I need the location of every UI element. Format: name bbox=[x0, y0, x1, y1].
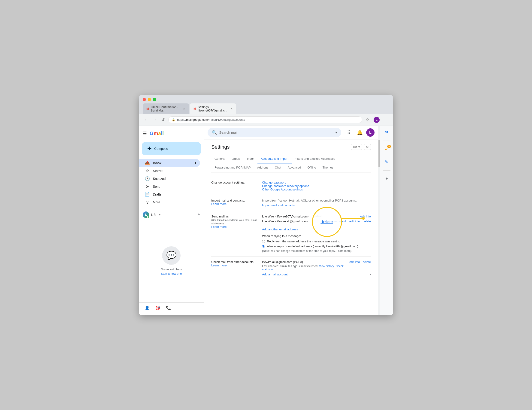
back-button[interactable]: ← bbox=[143, 117, 149, 123]
delete-link-2[interactable]: delete bbox=[363, 220, 371, 223]
hamburger-menu[interactable]: ☰ bbox=[143, 131, 147, 136]
expand-icon[interactable]: › bbox=[370, 272, 371, 277]
right-panel-divider-2 bbox=[383, 170, 390, 171]
change-password-link[interactable]: Change password bbox=[262, 181, 286, 184]
browser-avatar: L bbox=[374, 117, 380, 123]
label-send-mail: Send mail as: (Use Gmail to send from yo… bbox=[211, 211, 262, 256]
user-avatar-button[interactable]: L bbox=[366, 128, 375, 137]
change-recovery-link[interactable]: Change password recovery options bbox=[262, 184, 309, 188]
browser-tab-settings[interactable]: M Settings - lifewire907@gmail.c... ✕ bbox=[190, 103, 236, 114]
notifications-button[interactable]: 🔔 bbox=[355, 128, 364, 137]
life-add-button[interactable]: + bbox=[197, 212, 200, 217]
search-icon: 🔍 bbox=[212, 130, 217, 135]
value-check-mail: lifewire.ak@gmail.com (POP3) Last checke… bbox=[262, 256, 371, 280]
sidebar-item-label-snoozed: Snoozed bbox=[153, 177, 196, 180]
profile-button[interactable]: L bbox=[372, 116, 381, 124]
send-mail-sublabel: (Use Gmail to send from your other email… bbox=[211, 219, 257, 225]
bookmark-button[interactable]: ☆ bbox=[364, 117, 370, 123]
tab-themes[interactable]: Themes bbox=[319, 163, 337, 172]
phone-icon[interactable]: 📞 bbox=[166, 305, 171, 310]
search-bar[interactable]: 🔍 ▾ bbox=[208, 128, 341, 137]
import-mail-contacts-link[interactable]: Import mail and contacts bbox=[262, 204, 295, 207]
sidebar-item-drafts[interactable]: 📄 Drafts bbox=[139, 190, 200, 198]
sidebar-item-inbox[interactable]: 📥 Inbox 1 bbox=[139, 159, 200, 167]
new-tab-button[interactable]: + bbox=[237, 106, 243, 114]
search-dropdown-icon[interactable]: ▾ bbox=[335, 130, 337, 135]
sidebar-item-label-more: More bbox=[153, 200, 196, 204]
scrollbar-thumb[interactable] bbox=[379, 140, 380, 167]
tab-filters[interactable]: Filters and Blocked Addresses bbox=[292, 155, 339, 163]
tab-close-1[interactable]: ✕ bbox=[183, 107, 185, 110]
browser-tab-gmail[interactable]: M Gmail Confirmation - Send Ma... ✕ bbox=[143, 103, 189, 114]
no-recent-chats-label: No recent chats bbox=[161, 268, 182, 271]
url-bar[interactable]: 🔒 https://mail.google.com/mail/u/1/#sett… bbox=[168, 116, 362, 123]
edit-info-link-1[interactable]: edit info bbox=[360, 215, 371, 218]
traffic-light-green[interactable] bbox=[153, 98, 156, 101]
tab-chat[interactable]: Chat bbox=[272, 163, 284, 172]
lock-icon: 🔒 bbox=[172, 118, 175, 121]
reply-default-label: Always reply from default address (curre… bbox=[267, 244, 358, 248]
sidebar-item-sent[interactable]: ➤ Sent bbox=[139, 183, 200, 190]
add-panel-button[interactable]: + bbox=[382, 174, 391, 184]
settings-gear-button[interactable]: ⚙ bbox=[364, 144, 371, 150]
browser-more-button[interactable]: ⋮ bbox=[383, 117, 389, 123]
import-learn-more-link[interactable]: Learn more bbox=[211, 202, 227, 206]
contacts-panel-icon[interactable]: ✎ bbox=[382, 158, 391, 167]
send-mail-learn-more[interactable]: Learn more bbox=[211, 225, 227, 229]
other-google-link[interactable]: Other Google Account settings bbox=[262, 188, 303, 191]
check-mail-actions: edit info delete bbox=[349, 260, 371, 264]
traffic-light-yellow[interactable] bbox=[148, 98, 151, 101]
search-input[interactable] bbox=[219, 130, 333, 134]
edit-info-pop3-link[interactable]: edit info bbox=[349, 260, 360, 264]
keyboard-shortcuts-button[interactable]: ⌨ ▾ bbox=[351, 144, 362, 150]
tasks-icon[interactable]: ✓ 9 bbox=[382, 145, 391, 154]
make-default-link-2[interactable]: make default bbox=[330, 220, 347, 223]
chat-area: 💬 No recent chats Start a new one bbox=[139, 219, 204, 302]
scrollbar[interactable] bbox=[378, 126, 380, 315]
sidebar-item-starred[interactable]: ☆ Starred bbox=[139, 167, 200, 175]
compose-icon: ✚ bbox=[147, 146, 152, 152]
edit-info-link-2[interactable]: edit info bbox=[349, 220, 360, 223]
delete-pop3-link[interactable]: delete bbox=[363, 260, 371, 264]
tab-accounts[interactable]: Accounts and Import bbox=[257, 155, 291, 163]
reply-default-radio[interactable] bbox=[262, 245, 265, 248]
mail-entry-2: Life Wire <lifewire.ak@gmail.com> make d… bbox=[262, 220, 371, 223]
add-mail-account-link[interactable]: Add a mail account bbox=[262, 273, 288, 276]
settings-title: Settings bbox=[211, 144, 230, 150]
sidebar-divider bbox=[139, 208, 204, 208]
tab-offline[interactable]: Offline bbox=[304, 163, 319, 172]
compose-button[interactable]: ✚ Compose bbox=[142, 142, 201, 155]
check-mail-learn-more[interactable]: Learn more bbox=[211, 264, 227, 267]
tab-label-2: Settings - lifewire907@gmail.c... bbox=[198, 105, 227, 112]
tab-forwarding[interactable]: Forwarding and POP/IMAP bbox=[211, 163, 254, 172]
tab-general[interactable]: General bbox=[211, 155, 228, 163]
settings-table: Change account settings: Change password… bbox=[211, 177, 371, 280]
tab-close-2[interactable]: ✕ bbox=[230, 107, 233, 110]
row-check-mail: Check mail from other accounts: Learn mo… bbox=[211, 256, 371, 280]
people-icon[interactable]: 👤 bbox=[144, 305, 150, 310]
contacts-icon[interactable]: 🎯 bbox=[155, 305, 160, 310]
view-history-link[interactable]: View history bbox=[319, 265, 334, 268]
import-description: Import from Yahoo!, Hotmail, AOL, or oth… bbox=[262, 199, 371, 202]
tab-labels[interactable]: Labels bbox=[228, 155, 244, 163]
reply-same-radio[interactable] bbox=[262, 240, 265, 243]
tasks-badge: 9 bbox=[387, 145, 391, 148]
sidebar-footer: 👤 🎯 📞 bbox=[139, 302, 204, 313]
apps-button[interactable]: ⠿ bbox=[344, 128, 353, 137]
add-email-link[interactable]: Add another email address bbox=[262, 228, 298, 231]
sidebar-item-more[interactable]: ∨ More bbox=[139, 198, 200, 206]
tab-advanced[interactable]: Advanced bbox=[285, 163, 304, 172]
sidebar-item-snoozed[interactable]: 🕐 Snoozed bbox=[139, 175, 200, 183]
reply-note: (Note: You can change the address at the… bbox=[262, 249, 371, 252]
start-new-chat-link[interactable]: Start a new one bbox=[161, 272, 182, 275]
refresh-button[interactable]: ↺ bbox=[160, 117, 166, 123]
tab-addons[interactable]: Add-ons bbox=[254, 163, 272, 172]
traffic-light-red[interactable] bbox=[143, 98, 146, 101]
life-dropdown-icon: ▾ bbox=[159, 213, 161, 216]
right-panel: 31 ✓ 9 ✎ + bbox=[380, 126, 393, 315]
forward-button[interactable]: → bbox=[152, 117, 158, 123]
calendar-icon[interactable]: 31 bbox=[382, 128, 391, 137]
tab-inbox[interactable]: Inbox bbox=[244, 155, 258, 163]
row-change-account: Change account settings: Change password… bbox=[211, 177, 371, 195]
life-section[interactable]: L Life ▾ + bbox=[139, 210, 204, 219]
